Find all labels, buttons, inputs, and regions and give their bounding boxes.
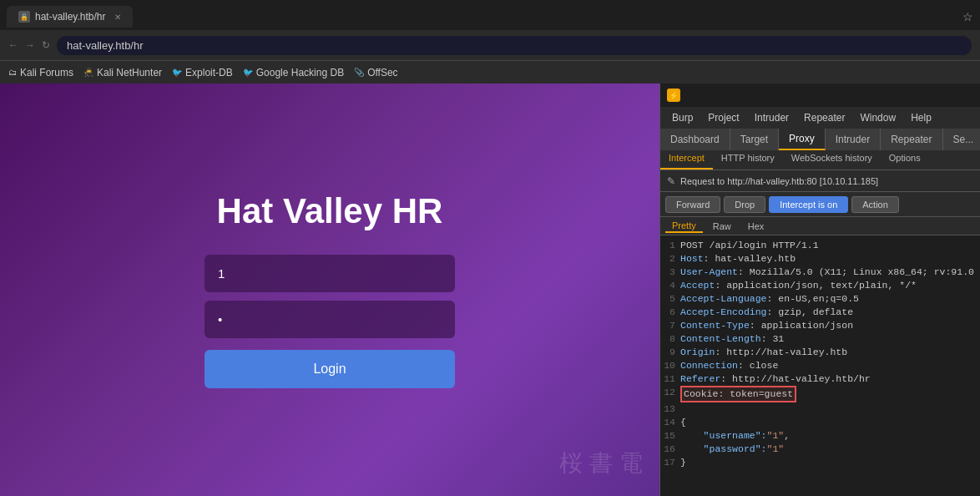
bookmarks-bar: 🗂 Kali Forums 🥷 Kali NetHunter 🐦 Exploit… — [0, 60, 980, 84]
bookmark-kali-forums[interactable]: 🗂 Kali Forums — [8, 67, 73, 78]
back-icon[interactable]: ← — [8, 39, 18, 51]
burp-sub-tabs: Intercept HTTP history WebSockets histor… — [660, 150, 980, 170]
drop-button[interactable]: Drop — [724, 196, 765, 213]
request-line: 11Referer: http://hat-valley.htb/hr — [660, 372, 980, 386]
line-content: Accept-Language: en-US,en;q=0.5 — [680, 292, 859, 306]
line-number: 3 — [660, 266, 680, 279]
burp-title-bar: ⚡ — [660, 84, 980, 107]
menu-intruder[interactable]: Intruder — [748, 110, 796, 125]
line-content: { — [680, 416, 686, 429]
request-line: 3User-Agent: Mozilla/5.0 (X11; Linux x86… — [660, 266, 980, 279]
kali-nethunter-icon: 🥷 — [83, 68, 93, 77]
line-number: 9 — [660, 346, 680, 359]
tab-options[interactable]: Options — [881, 150, 929, 170]
tab-http-history[interactable]: HTTP history — [713, 150, 783, 170]
format-raw[interactable]: Raw — [706, 220, 738, 232]
action-button[interactable]: Action — [851, 196, 899, 213]
tab-proxy[interactable]: Proxy — [779, 129, 826, 150]
line-content: "password":"1" — [680, 443, 784, 456]
request-body[interactable]: 1POST /api/login HTTP/1.12Host: hat-vall… — [660, 235, 980, 496]
address-input[interactable] — [57, 36, 972, 55]
request-line: 16 "password":"1" — [660, 443, 980, 456]
request-line: 2Host: hat-valley.htb — [660, 252, 980, 266]
request-line: 17} — [660, 456, 980, 469]
burp-top-tabs: Dashboard Target Proxy Intruder Repeater… — [660, 129, 980, 150]
line-number: 2 — [660, 252, 680, 266]
tab-target[interactable]: Target — [730, 129, 779, 150]
bookmark-star-icon[interactable]: ☆ — [962, 10, 973, 23]
tab-repeater[interactable]: Repeater — [881, 129, 942, 150]
tab-close-icon[interactable]: ✕ — [114, 13, 121, 22]
line-content: Referer: http://hat-valley.htb/hr — [680, 372, 871, 386]
menu-burp[interactable]: Burp — [665, 110, 700, 125]
line-number: 10 — [660, 359, 680, 372]
format-tabs: Pretty Raw Hex — [660, 217, 980, 235]
line-number: 1 — [660, 239, 680, 252]
bookmark-offsec[interactable]: 📎 OffSec — [354, 67, 397, 78]
username-input[interactable] — [205, 255, 455, 292]
line-number: 7 — [660, 319, 680, 332]
line-number: 4 — [660, 279, 680, 292]
request-line: 10Connection: close — [660, 359, 980, 372]
format-pretty[interactable]: Pretty — [665, 220, 703, 233]
kali-forums-icon: 🗂 — [8, 68, 17, 77]
line-number: 8 — [660, 332, 680, 346]
tab-websockets-history[interactable]: WebSockets history — [783, 150, 881, 170]
request-line: 4Accept: application/json, text/plain, *… — [660, 279, 980, 292]
tab-label: hat-valley.htb/hr — [35, 11, 106, 23]
request-url: Request to http://hat-valley.htb:80 [10.… — [680, 176, 878, 186]
tab-intercept[interactable]: Intercept — [660, 150, 713, 170]
menu-project[interactable]: Project — [701, 110, 745, 125]
address-bar: ← → ↻ — [0, 30, 980, 60]
bookmark-kali-nethunter-label: Kali NetHunter — [97, 67, 162, 78]
line-number: 13 — [660, 402, 680, 416]
forward-icon[interactable]: → — [25, 39, 35, 51]
bookmark-exploit-db[interactable]: 🐦 Exploit-DB — [172, 67, 233, 78]
bookmark-ghdb-label: Google Hacking DB — [256, 67, 344, 78]
request-line: 6Accept-Encoding: gzip, deflate — [660, 306, 980, 319]
line-content: Cookie: token=guest — [680, 386, 796, 402]
reload-icon[interactable]: ↻ — [42, 39, 50, 51]
line-content: User-Agent: Mozilla/5.0 (X11; Linux x86_… — [680, 266, 974, 279]
request-line: 8Content-Length: 31 — [660, 332, 980, 346]
request-info-bar: ✎ Request to http://hat-valley.htb:80 [1… — [660, 170, 980, 192]
offsec-icon: 📎 — [354, 68, 364, 77]
login-button[interactable]: Login — [205, 350, 455, 388]
line-content: "username":"1", — [680, 429, 790, 443]
browser-tab[interactable]: 🔒 hat-valley.htb/hr ✕ — [7, 6, 133, 28]
login-form: Login — [205, 255, 455, 388]
intercept-on-button[interactable]: Intercept is on — [769, 196, 848, 213]
line-content: Connection: close — [680, 359, 778, 372]
website-pane: Hat Valley HR Login 桜 書 電 — [0, 84, 659, 496]
tab-dashboard[interactable]: Dashboard — [660, 129, 730, 150]
watermark: 桜 書 電 — [559, 448, 643, 479]
burp-panel: ⚡ Burp Project Intruder Repeater Window … — [659, 84, 980, 496]
burp-logo-icon: ⚡ — [669, 91, 679, 100]
cookie-value: Cookie: token=guest — [680, 386, 796, 402]
format-hex[interactable]: Hex — [741, 220, 771, 232]
request-line: 12Cookie: token=guest — [660, 386, 980, 402]
pencil-icon: ✎ — [667, 175, 675, 187]
line-number: 15 — [660, 429, 680, 443]
line-content: Content-Type: application/json — [680, 319, 853, 332]
line-content: } — [680, 456, 686, 469]
main-area: Hat Valley HR Login 桜 書 電 ⚡ Burp Project… — [0, 84, 980, 496]
line-number: 11 — [660, 372, 680, 386]
line-content: Accept-Encoding: gzip, deflate — [680, 306, 853, 319]
menu-repeater[interactable]: Repeater — [797, 110, 851, 125]
bookmark-ghdb[interactable]: 🐦 Google Hacking DB — [243, 67, 344, 78]
forward-button[interactable]: Forward — [665, 196, 720, 213]
ghdb-icon: 🐦 — [243, 68, 253, 77]
tab-bar: 🔒 hat-valley.htb/hr ✕ ☆ — [0, 0, 980, 30]
menu-help[interactable]: Help — [904, 110, 938, 125]
exploit-db-icon: 🐦 — [172, 68, 182, 77]
request-line: 15 "username":"1", — [660, 429, 980, 443]
menu-window[interactable]: Window — [853, 110, 902, 125]
line-content: Origin: http://hat-valley.htb — [680, 346, 847, 359]
tab-intruder[interactable]: Intruder — [826, 129, 881, 150]
line-number: 6 — [660, 306, 680, 319]
line-number: 14 — [660, 416, 680, 429]
tab-se[interactable]: Se... — [943, 129, 981, 150]
bookmark-kali-nethunter[interactable]: 🥷 Kali NetHunter — [83, 67, 162, 78]
password-input[interactable] — [205, 301, 455, 338]
